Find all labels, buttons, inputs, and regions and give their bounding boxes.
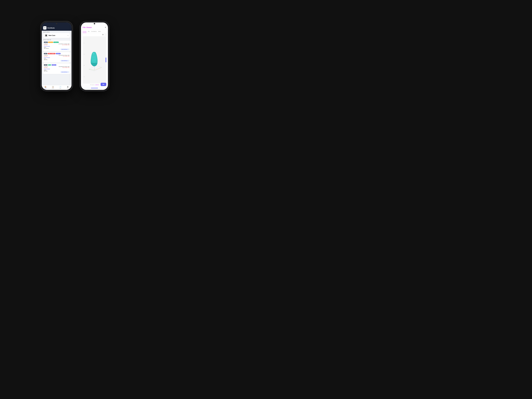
app-logo: DN <box>43 26 46 30</box>
case-2-status: Ordered <box>56 53 61 54</box>
file-viewer-toolbar: ⬇ ⛶ <box>81 33 108 36</box>
sidebar-label-jo: Jo <box>83 43 84 43</box>
case-2-patient-label: Patient Details <box>44 57 70 58</box>
nav-cases[interactable]: 📋 Cases <box>49 86 57 89</box>
main-scene: DN DentNode Quick Actions ⬛ New Case → <box>41 21 109 91</box>
new-case-button[interactable]: ⬛ New Case → <box>43 33 70 38</box>
scroll-tab-3 <box>99 88 106 88</box>
case-1-created-row: Created At: 12:22 AM Thu, 11th Apr, 2024 <box>44 44 70 44</box>
file-viewer-title: File Viewer <box>83 26 92 28</box>
case-1-id: ZR307 <box>44 42 48 43</box>
nav-more-label: More <box>67 88 69 89</box>
nav-bills[interactable]: 📄 Bills <box>57 86 64 89</box>
case-1-due-row: Due Date: Sun, 14th Apr, 2024 <box>44 44 70 45</box>
quick-actions-label: Quick Actions <box>42 31 71 33</box>
scroll-tab-2 <box>91 88 98 88</box>
tab-info[interactable]: Info <box>88 31 90 33</box>
case-1-job: Job: Zirconia CASE DETAILS → <box>44 48 70 50</box>
nav-home[interactable]: 🏠 Home <box>42 86 49 89</box>
case-3-due-row: Due Date: Mon, 8th Apr, 2024 <box>44 67 70 68</box>
case-3-id: SD42 <box>44 64 47 66</box>
tab-annotations[interactable]: Annotations <box>91 31 97 33</box>
nav-bills-label: Bills <box>60 88 61 89</box>
right-phone-screen: File Viewer ✕ Preview Info Annotations N… <box>81 22 108 90</box>
bottom-navigation: 🏠 Home 📋 Cases 📄 Bills ☰ More <box>42 85 71 90</box>
file-viewer-bottom-bar <box>81 86 108 90</box>
case-3-name: Name: <box>44 70 70 70</box>
right-phone: File Viewer ✕ Preview Info Annotations N… <box>80 21 109 91</box>
home-icon: 🏠 <box>44 86 46 88</box>
case-2-priority: VERY_URGENT <box>48 53 56 54</box>
download-button[interactable]: ⬇ <box>102 34 104 36</box>
case-2-id: SD18 <box>44 53 47 54</box>
fullscreen-button[interactable]: ⛶ <box>105 34 106 36</box>
case-2-job: Job: PFM CASE DETAILS → <box>44 59 70 62</box>
cases-icon: 📋 <box>52 86 54 88</box>
case-1-details-button[interactable]: CASE DETAILS → <box>60 49 70 50</box>
sidebar-label-ca: Ca <box>83 76 84 77</box>
case-3-priority: LOW <box>48 64 51 66</box>
new-case-text: New Case <box>49 35 55 36</box>
case-1-name: Name: <box>44 47 70 48</box>
app-body: Quick Actions ⬛ New Case → Active Cases … <box>42 31 71 85</box>
more-icon: ☰ <box>67 86 69 88</box>
left-phone-screen: DN DentNode Quick Actions ⬛ New Case → <box>42 22 71 90</box>
nav-cases-label: Cases <box>52 88 54 89</box>
app-title: DentNode <box>47 27 55 29</box>
case-1-priority: MEDIUM <box>48 42 53 43</box>
new-case-icon: ⬛ <box>44 34 48 37</box>
svg-line-1 <box>95 67 101 70</box>
tooth-model-svg <box>85 47 104 73</box>
left-phone: DN DentNode Quick Actions ⬛ New Case → <box>41 21 73 91</box>
branding-name: LabDash <box>95 84 99 85</box>
case-1-patient-label: Patient Details <box>44 46 70 47</box>
3d-viewport: Jo An Nu Ca <box>83 36 106 84</box>
nav-home-label: Home <box>44 88 47 89</box>
case-1-tags: ZR307 MEDIUM Delivered <box>44 42 70 43</box>
app-header: DN DentNode <box>42 22 71 31</box>
tab-notes[interactable]: Notes <box>98 31 101 33</box>
scroll-tab-1 <box>83 88 90 88</box>
case-2-details-button[interactable]: CASE DETAILS → <box>60 60 70 62</box>
case-2-name: Name: <box>44 58 70 59</box>
case-3-tags: SD42 LOW Ordered <box>44 64 70 66</box>
file-viewer-tabs: Preview Info Annotations Notes <box>81 30 108 33</box>
bills-icon: 📄 <box>59 86 61 88</box>
svg-marker-0 <box>89 65 102 71</box>
ok-button[interactable]: OK <box>101 83 106 86</box>
svg-line-2 <box>89 69 95 70</box>
logo-text: DN <box>44 27 46 28</box>
nav-more[interactable]: ☰ More <box>64 86 71 89</box>
case-2-due-row: Due Date: Tue, 9th Apr, 2024 <box>44 56 70 57</box>
file-viewer-header: File Viewer ✕ <box>81 22 108 30</box>
case-2-created-row: Created At: 05:30 AM Mon, 8th Apr, 2024 <box>44 55 70 56</box>
case-3-job: Job: PFM CASE DETAILS → <box>44 71 70 73</box>
file-viewer: File Viewer ✕ Preview Info Annotations N… <box>81 22 108 90</box>
case-3-patient-label: Patient Details <box>44 69 70 70</box>
case-3-status: Ordered <box>52 64 56 66</box>
close-button[interactable]: ✕ <box>105 26 106 28</box>
new-case-inner: ⬛ New Case <box>44 34 55 37</box>
case-1-status: Delivered <box>53 42 59 43</box>
arrow-right-icon: → <box>67 35 69 36</box>
sidebar-label-nu: Nu <box>83 65 84 66</box>
active-cases-label: Active Cases (3) <box>42 39 71 41</box>
case-3-created-row: Created At: 05:30 AM Mon, 8th Apr, 2024 <box>44 66 70 67</box>
case-card-3: SD42 LOW Ordered Created At: 05:30 AM Mo… <box>43 63 70 74</box>
tab-preview[interactable]: Preview <box>83 31 86 33</box>
case-card-2: SD18 VERY_URGENT Ordered Created At: 05:… <box>43 52 70 63</box>
case-card-1: ZR307 MEDIUM Delivered Created At: 12:22… <box>43 41 70 51</box>
case-3-details-button[interactable]: CASE DETAILS → <box>60 71 70 73</box>
scroll-indicator <box>106 57 106 62</box>
sidebar-label-an: An <box>83 54 84 55</box>
case-2-tags: SD18 VERY_URGENT Ordered <box>44 53 70 54</box>
